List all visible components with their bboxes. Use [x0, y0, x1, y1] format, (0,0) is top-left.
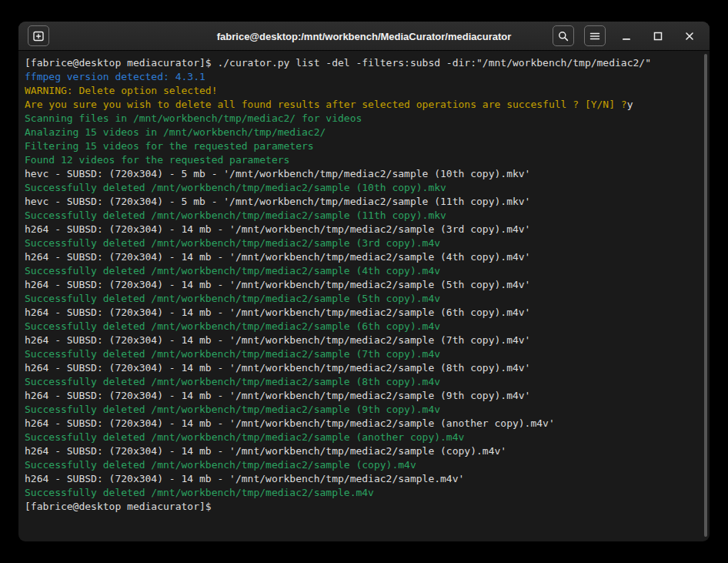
terminal-line: Successfully deleted /mnt/workbench/tmp/… [25, 264, 703, 278]
scrollbar[interactable] [703, 54, 708, 537]
scrollbar-thumb[interactable] [704, 54, 707, 537]
terminal-content[interactable]: [fabrice@desktop mediacurator]$ ./curato… [18, 51, 710, 541]
minimize-button[interactable] [616, 25, 637, 46]
window-title: fabrice@desktop:/mnt/workbench/MediaCura… [217, 30, 512, 42]
terminal-line: h264 - SUBSD: (720x304) - 14 mb - '/mnt/… [25, 444, 703, 458]
terminal-line: hevc - SUBSD: (720x304) - 5 mb - '/mnt/w… [25, 195, 703, 209]
terminal-line: h264 - SUBSD: (720x304) - 14 mb - '/mnt/… [25, 223, 703, 236]
menu-button[interactable] [584, 25, 606, 46]
terminal-line: Successfully deleted /mnt/workbench/tmp/… [25, 292, 703, 306]
terminal-line: h264 - SUBSD: (720x304) - 14 mb - '/mnt/… [25, 472, 703, 486]
terminal-line: Successfully deleted /mnt/workbench/tmp/… [25, 209, 703, 223]
terminal-line: Successfully deleted /mnt/workbench/tmp/… [25, 486, 703, 500]
titlebar[interactable]: fabrice@desktop:/mnt/workbench/MediaCura… [18, 22, 710, 51]
terminal-line: h264 - SUBSD: (720x304) - 14 mb - '/mnt/… [25, 306, 703, 320]
terminal-line: Successfully deleted /mnt/workbench/tmp/… [25, 236, 703, 250]
terminal-line: Successfully deleted /mnt/workbench/tmp/… [25, 431, 703, 444]
maximize-button[interactable] [647, 25, 669, 46]
terminal-line: Successfully deleted /mnt/workbench/tmp/… [25, 403, 703, 417]
terminal-line: Found 12 videos for the requested parame… [25, 153, 703, 167]
terminal-line: h264 - SUBSD: (720x304) - 14 mb - '/mnt/… [25, 333, 703, 347]
terminal-line: h264 - SUBSD: (720x304) - 14 mb - '/mnt/… [25, 417, 703, 431]
terminal-line: Are you sure you wish to delete all foun… [25, 98, 703, 112]
terminal-line: Successfully deleted /mnt/workbench/tmp/… [25, 458, 703, 472]
minimize-icon [621, 31, 632, 42]
maximize-icon [653, 31, 663, 42]
terminal-line: Successfully deleted /mnt/workbench/tmp/… [25, 320, 703, 333]
terminal-line: hevc - SUBSD: (720x304) - 5 mb - '/mnt/w… [25, 167, 703, 181]
terminal-line: [fabrice@desktop mediacurator]$ ./curato… [25, 56, 703, 70]
terminal-line: h264 - SUBSD: (720x304) - 14 mb - '/mnt/… [25, 389, 703, 403]
terminal-line: Successfully deleted /mnt/workbench/tmp/… [25, 375, 703, 389]
terminal-line: Filtering 15 videos for the requested pa… [25, 139, 703, 153]
terminal-output: [fabrice@desktop mediacurator]$ ./curato… [25, 56, 703, 514]
terminal-window: fabrice@desktop:/mnt/workbench/MediaCura… [18, 22, 710, 541]
terminal-line: [fabrice@desktop mediacurator]$ [25, 500, 703, 514]
new-tab-icon [32, 30, 45, 42]
close-icon [684, 31, 695, 42]
terminal-line: h264 - SUBSD: (720x304) - 14 mb - '/mnt/… [25, 361, 703, 375]
titlebar-actions [553, 25, 700, 46]
terminal-line: Scanning files in /mnt/workbench/tmp/med… [25, 112, 703, 126]
search-icon [557, 30, 569, 42]
terminal-line: h264 - SUBSD: (720x304) - 14 mb - '/mnt/… [25, 250, 703, 264]
terminal-line: Analazing 15 videos in /mnt/workbench/tm… [25, 126, 703, 139]
new-tab-button[interactable] [28, 25, 49, 46]
close-button[interactable] [679, 25, 700, 46]
terminal-line: WARNING: Delete option selected! [25, 84, 703, 98]
terminal-line: h264 - SUBSD: (720x304) - 14 mb - '/mnt/… [25, 278, 703, 292]
terminal-line: Successfully deleted /mnt/workbench/tmp/… [25, 347, 703, 361]
terminal-line: ffmpeg version detected: 4.3.1 [25, 70, 703, 84]
terminal-line: Successfully deleted /mnt/workbench/tmp/… [25, 181, 703, 195]
search-button[interactable] [553, 25, 574, 46]
hamburger-icon [589, 30, 601, 42]
